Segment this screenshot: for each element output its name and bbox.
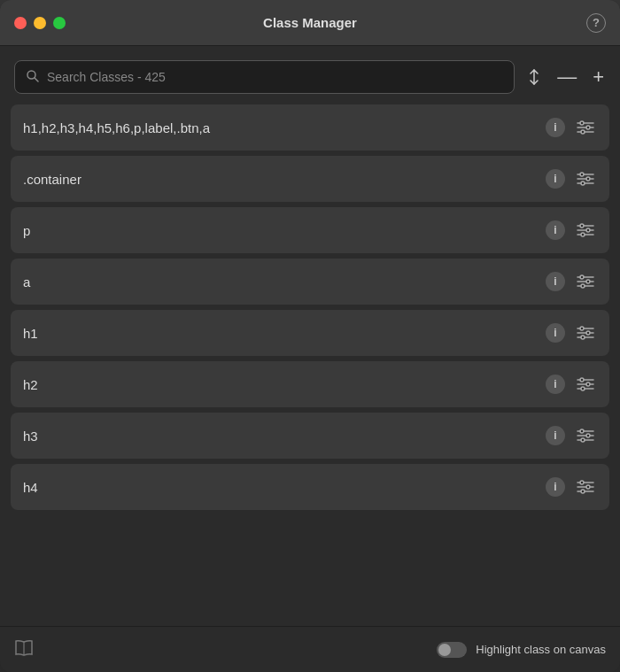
sort-button[interactable] — [525, 66, 543, 88]
traffic-lights — [14, 17, 66, 29]
svg-point-40 — [580, 429, 584, 433]
adjust-button[interactable] — [574, 272, 597, 291]
list-item[interactable]: h1i — [11, 310, 609, 356]
sliders-icon — [577, 480, 594, 494]
sliders-icon — [577, 274, 594, 289]
maximize-button[interactable] — [53, 17, 66, 29]
search-input[interactable] — [47, 70, 503, 84]
svg-point-50 — [581, 490, 585, 493]
highlight-toggle[interactable] — [437, 642, 467, 658]
svg-line-1 — [35, 78, 38, 81]
toolbar-buttons: — + — [525, 64, 606, 90]
adjust-button[interactable] — [574, 375, 597, 394]
info-button[interactable]: i — [546, 220, 565, 240]
info-button[interactable]: i — [546, 272, 565, 291]
svg-point-8 — [581, 130, 585, 134]
sliders-icon — [577, 172, 594, 186]
svg-point-6 — [586, 126, 590, 129]
info-button[interactable]: i — [546, 118, 565, 137]
list-item[interactable]: .containeri — [11, 156, 609, 202]
adjust-button[interactable] — [574, 426, 597, 445]
search-area: — + — [0, 46, 620, 104]
svg-point-30 — [586, 331, 590, 335]
svg-point-10 — [580, 173, 584, 176]
svg-point-24 — [586, 280, 590, 283]
list-item[interactable]: h1,h2,h3,h4,h5,h6,p,label,.btn,ai — [11, 104, 609, 151]
adjust-button[interactable] — [574, 118, 597, 137]
info-button[interactable]: i — [546, 477, 565, 497]
svg-point-38 — [581, 387, 585, 390]
class-name-label: .container — [23, 172, 537, 187]
info-button[interactable]: i — [546, 169, 565, 189]
svg-point-22 — [580, 275, 584, 279]
list-item[interactable]: h2i — [11, 361, 609, 407]
close-button[interactable] — [14, 17, 27, 29]
search-box — [14, 60, 515, 94]
title-bar: Class Manager ? — [0, 0, 620, 46]
svg-point-28 — [580, 327, 584, 330]
class-name-label: h3 — [23, 429, 537, 444]
svg-point-42 — [586, 434, 590, 437]
sliders-icon — [577, 120, 594, 135]
list-item[interactable]: h4i — [11, 464, 609, 510]
toggle-knob — [438, 644, 451, 656]
adjust-button[interactable] — [574, 220, 597, 240]
class-name-label: h2 — [23, 377, 537, 392]
sliders-icon — [577, 429, 594, 443]
svg-point-36 — [586, 382, 590, 386]
info-button[interactable]: i — [546, 375, 565, 394]
class-name-label: h1 — [23, 326, 537, 341]
svg-point-12 — [586, 177, 590, 181]
list-item[interactable]: h3i — [11, 413, 609, 459]
svg-point-4 — [580, 121, 584, 125]
svg-point-34 — [580, 378, 584, 382]
list-item[interactable]: ai — [11, 259, 609, 305]
remove-button[interactable]: — — [555, 66, 578, 89]
search-icon — [26, 69, 40, 86]
class-list: h1,h2,h3,h4,h5,h6,p,label,.btn,ai .conta… — [0, 104, 620, 626]
footer-right: Highlight class on canvas — [437, 642, 606, 658]
class-name-label: a — [23, 274, 537, 290]
svg-point-46 — [580, 481, 584, 484]
sliders-icon — [577, 377, 594, 391]
class-name-label: h1,h2,h3,h4,h5,h6,p,label,.btn,a — [23, 120, 537, 135]
list-item[interactable]: pi — [11, 207, 609, 253]
book-icon — [14, 638, 34, 660]
svg-point-26 — [581, 284, 585, 288]
sliders-icon — [577, 326, 594, 340]
window-title: Class Manager — [263, 15, 357, 30]
svg-point-16 — [580, 224, 584, 228]
sliders-icon — [577, 223, 594, 237]
adjust-button[interactable] — [574, 323, 597, 343]
svg-point-18 — [586, 228, 590, 232]
minimize-button[interactable] — [34, 17, 46, 29]
info-button[interactable]: i — [546, 426, 565, 445]
footer: Highlight class on canvas — [0, 626, 620, 672]
svg-point-20 — [581, 233, 585, 236]
svg-point-14 — [581, 182, 585, 185]
svg-point-44 — [581, 438, 585, 442]
help-button[interactable]: ? — [586, 13, 606, 33]
info-button[interactable]: i — [546, 323, 565, 343]
app-window: Class Manager ? — + — [0, 0, 620, 672]
class-name-label: p — [23, 223, 537, 238]
svg-point-48 — [586, 485, 590, 489]
add-button[interactable]: + — [591, 64, 606, 90]
highlight-label: Highlight class on canvas — [476, 643, 606, 656]
adjust-button[interactable] — [574, 477, 597, 497]
class-name-label: h4 — [23, 480, 537, 495]
svg-point-32 — [581, 336, 585, 339]
adjust-button[interactable] — [574, 169, 597, 189]
